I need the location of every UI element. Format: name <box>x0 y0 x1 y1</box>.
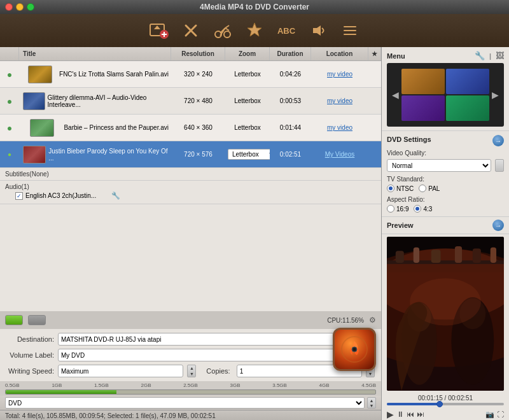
titlebar: 4Media MP4 to DVD Converter <box>0 0 509 14</box>
menu-preview: ◀ ▶ <box>387 63 504 127</box>
cpu-display: CPU:11.56% <box>327 317 364 324</box>
col-header-location[interactable]: Location <box>311 47 368 60</box>
row-location-2[interactable]: my video <box>311 96 368 106</box>
aspect-ratio-section: Aspect Ratio: 16:9 4:3 <box>387 195 504 213</box>
separator: | <box>489 52 491 60</box>
ntsc-radio[interactable]: NTSC <box>387 185 414 192</box>
preview-goto[interactable]: → <box>492 220 504 231</box>
row-thumb-2 <box>23 92 45 110</box>
col-header-status <box>0 47 19 60</box>
stop-button[interactable] <box>28 315 46 325</box>
fullscreen-button[interactable]: ⛶ <box>497 410 504 418</box>
audio-item: ✓ English AC3 2ch(Justin... 🔧 <box>5 190 376 201</box>
storage-bar-section: 0.5GB 1GB 1.5GB 2GB 2.5GB 3GB 3.5GB 4GB … <box>0 381 381 396</box>
subtitles-label[interactable]: Subtitles(None) <box>5 171 376 178</box>
ratio-4-3-radio[interactable]: 4:3 <box>414 205 432 213</box>
menu-next-button[interactable]: ▶ <box>489 87 501 102</box>
row-duration-1: 0:04:26 <box>270 69 311 79</box>
snapshot-button[interactable]: 📷 <box>485 410 494 419</box>
row-location-3[interactable]: my video <box>311 123 368 132</box>
svg-rect-17 <box>344 34 356 35</box>
trim-button[interactable] <box>210 18 235 43</box>
window-controls <box>5 3 34 11</box>
row-title-3: Barbie – Princess and the Pauper.avi <box>19 116 171 139</box>
table-row[interactable]: ● Glittery dilemma-AVI – Audio-Video Int… <box>0 88 381 115</box>
subtitles-section: Subtitles(None) <box>0 168 381 181</box>
dvd-settings-goto[interactable]: → <box>492 135 504 146</box>
row-zoom-select-4[interactable]: Letterbox Pan & Scan Full Screen <box>225 148 270 161</box>
dvd-type-spinner[interactable]: ▲ ▼ <box>367 397 376 409</box>
audio-section: Audio(1) ✓ English AC3 2ch(Justin... 🔧 <box>0 181 381 204</box>
toolbar: ABC <box>0 14 509 47</box>
table-row-selected[interactable]: ● Justin Bieber Parody Sleep on You Key … <box>0 141 381 168</box>
effect-button[interactable] <box>242 18 267 43</box>
pause-button[interactable]: ⏸ <box>396 410 404 419</box>
volume-label-row: Volume Label: <box>6 349 375 361</box>
table-header: Title Resolution Zoom Duration Location … <box>0 47 381 61</box>
ntsc-label: NTSC <box>396 185 414 192</box>
add-file-button[interactable] <box>146 18 172 43</box>
subtitle-button[interactable]: ABC <box>274 18 299 43</box>
table-row[interactable]: ● FNC's Liz Trotta Slams Sarah Palin.avi… <box>0 61 381 88</box>
col-header-star[interactable]: ★ <box>368 47 381 60</box>
cpu-settings-icon[interactable]: ⚙ <box>369 316 376 325</box>
preview-icon[interactable]: 🖼 <box>496 51 504 60</box>
row-location-1[interactable]: my video <box>311 69 368 79</box>
ratio-4-3-label: 4:3 <box>423 206 432 213</box>
minimize-button[interactable] <box>16 3 24 11</box>
audio-checkbox[interactable]: ✓ <box>15 192 23 200</box>
menu-panel-title: Menu 🔧 | 🖼 <box>387 51 504 60</box>
preview-video <box>387 237 504 391</box>
dvd-selector-row: DVD DVD-DL ▲ ▼ <box>0 396 381 410</box>
wrench-icon[interactable]: 🔧 <box>111 192 120 200</box>
rewind-button[interactable]: ⏮ <box>407 410 414 419</box>
video-quality-label: Video Quality: <box>387 150 426 157</box>
menu-thumb-3 <box>401 95 445 121</box>
table-body: ● FNC's Liz Trotta Slams Sarah Palin.avi… <box>0 61 381 168</box>
row-resolution-1: 320 × 240 <box>171 69 225 79</box>
start-button[interactable] <box>5 315 23 325</box>
table-row[interactable]: ● Barbie – Princess and the Pauper.avi 6… <box>0 115 381 141</box>
row-location-4[interactable]: My Videos <box>311 150 368 159</box>
destination-area: Destination: ▲ ▼ <box>0 329 381 381</box>
menu-prev-button[interactable]: ◀ <box>389 87 401 102</box>
burn-button[interactable] <box>333 328 376 371</box>
row-status-1: ● <box>0 68 19 81</box>
close-button[interactable] <box>5 3 13 11</box>
volume-input[interactable] <box>58 349 375 361</box>
row-thumb-1 <box>28 66 52 83</box>
video-quality-row: Video Quality: <box>387 150 504 157</box>
col-header-duration[interactable]: Duration <box>270 47 311 60</box>
col-header-title[interactable]: Title <box>19 47 171 60</box>
settings-button[interactable] <box>337 18 363 43</box>
svg-rect-29 <box>414 248 419 263</box>
wrench-settings-icon[interactable]: 🔧 <box>475 51 485 60</box>
play-button[interactable]: ▶ <box>387 409 394 419</box>
dvd-type-select[interactable]: DVD DVD-DL <box>5 397 365 409</box>
zoom-dropdown[interactable]: Letterbox Pan & Scan Full Screen <box>228 149 270 160</box>
svg-marker-1 <box>154 25 160 29</box>
menu-thumbnails <box>401 69 489 121</box>
maximize-button[interactable] <box>27 3 34 11</box>
writing-speed-input[interactable] <box>58 365 183 377</box>
col-header-zoom[interactable]: Zoom <box>225 47 270 60</box>
remove-button[interactable] <box>178 18 204 43</box>
destination-input[interactable] <box>58 333 362 346</box>
ratio-16-9-radio[interactable]: 16:9 <box>387 205 408 213</box>
preview-progress-slider[interactable] <box>387 403 504 405</box>
ratio-16-9-label: 16:9 <box>396 206 408 213</box>
audio-label[interactable]: Audio(1) <box>5 183 376 190</box>
preview-slider-thumb[interactable] <box>436 401 443 407</box>
writing-speed-spinner[interactable]: ▲ ▼ <box>187 365 196 377</box>
pal-label: PAL <box>428 185 440 192</box>
audio-button[interactable] <box>305 18 331 43</box>
fast-forward-button[interactable]: ⏭ <box>417 410 424 419</box>
video-quality-select[interactable]: Normal High Low <box>387 159 491 172</box>
svg-rect-32 <box>473 249 481 263</box>
storage-fill <box>6 390 116 394</box>
row-resolution-2: 720 × 480 <box>171 96 225 106</box>
col-header-resolution[interactable]: Resolution <box>171 47 225 60</box>
pal-radio[interactable]: PAL <box>419 185 440 192</box>
svg-rect-28 <box>396 251 404 263</box>
quality-spinner[interactable] <box>495 159 504 172</box>
